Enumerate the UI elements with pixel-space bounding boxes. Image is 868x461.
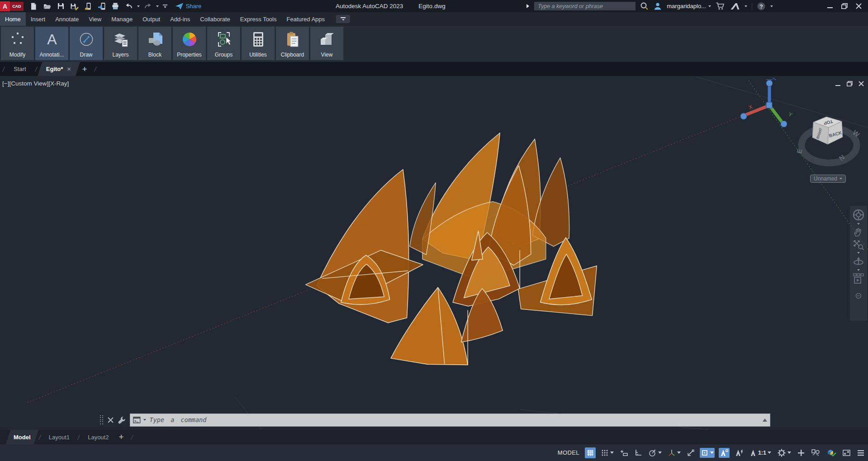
close-button[interactable] — [856, 3, 862, 9]
close-command-line-icon[interactable] — [107, 417, 114, 423]
search-expand-arrow[interactable] — [526, 4, 530, 9]
viewport-close-icon[interactable] — [859, 81, 864, 86]
object-snap-toggle[interactable] — [700, 448, 715, 458]
snap-mode-toggle[interactable] — [600, 448, 615, 458]
redo-dropdown[interactable] — [156, 5, 159, 7]
dynamic-input-toggle[interactable] — [619, 448, 629, 458]
orbit-caret[interactable] — [857, 269, 860, 271]
command-history-up-icon[interactable] — [763, 418, 767, 422]
layout-tab-layout2[interactable]: Layout2 — [82, 430, 114, 444]
tab-annotate[interactable]: Annotate — [50, 12, 84, 26]
open-from-mobile-button[interactable] — [83, 1, 94, 11]
isolate-objects-button[interactable] — [810, 448, 821, 458]
command-line-grip[interactable] — [100, 415, 104, 425]
search-input[interactable] — [534, 2, 636, 10]
panel-view[interactable]: View — [310, 27, 343, 60]
customize-status-bar-button[interactable] — [856, 448, 866, 457]
minimize-button[interactable] — [827, 3, 833, 9]
workspace-settings-button[interactable] — [776, 447, 792, 458]
tab-view[interactable]: View — [84, 12, 106, 26]
drawing-viewport[interactable]: X Y W N E TOP RIGHT BACK [−][Custom View… — [0, 76, 868, 430]
tab-collaborate[interactable]: Collaborate — [195, 12, 235, 26]
clean-screen-button[interactable] — [841, 448, 852, 458]
help-icon[interactable]: ? — [757, 2, 766, 11]
redo-button[interactable] — [142, 2, 153, 10]
zoom-caret[interactable] — [857, 252, 860, 254]
search-icon[interactable] — [640, 2, 649, 10]
autocad-app-menu-button[interactable]: ACAD — [0, 0, 24, 12]
tab-express-tools[interactable]: Express Tools — [235, 12, 282, 26]
new-drawing-tab-button[interactable]: + — [77, 64, 91, 74]
save-button[interactable] — [56, 1, 66, 11]
cart-icon[interactable] — [716, 2, 726, 10]
layout-tab-model[interactable]: Model — [8, 430, 36, 444]
zoom-icon[interactable] — [853, 239, 864, 250]
tab-add-ins[interactable]: Add-ins — [165, 12, 195, 26]
steering-wheel-icon[interactable] — [852, 209, 865, 221]
autodesk-menu-caret[interactable] — [745, 5, 747, 7]
panel-groups[interactable]: Groups — [207, 27, 240, 60]
viewcube[interactable]: W N E TOP RIGHT BACK — [795, 117, 861, 163]
orbit-icon[interactable] — [853, 256, 864, 267]
model-egito-shells[interactable] — [306, 133, 597, 365]
ucs-gizmo[interactable]: X Y — [740, 78, 793, 127]
panel-clipboard[interactable]: Clipboard — [276, 27, 309, 60]
share-button[interactable]: Share — [175, 2, 202, 10]
pan-hand-icon[interactable] — [853, 227, 864, 238]
model-space-label[interactable]: MODEL — [558, 449, 579, 456]
steering-wheel-caret[interactable] — [857, 223, 860, 225]
showmotion-icon[interactable] — [852, 273, 865, 285]
named-view-pill[interactable]: Unnamed — [810, 175, 846, 183]
grid-toggle[interactable] — [585, 447, 596, 458]
new-file-button[interactable] — [28, 1, 39, 11]
ortho-toggle[interactable] — [633, 448, 643, 458]
annotation-scale-button[interactable]: 1:1 — [749, 448, 772, 458]
new-layout-button[interactable]: + — [114, 432, 128, 442]
undo-dropdown[interactable] — [137, 5, 140, 7]
command-bar[interactable] — [130, 413, 771, 427]
tab-manage[interactable]: Manage — [106, 12, 138, 26]
help-menu-caret[interactable] — [770, 5, 773, 7]
viewport-controls-label[interactable]: [−][Custom View][X-Ray] — [2, 80, 69, 87]
customize-command-line-icon[interactable] — [118, 416, 126, 424]
user-menu[interactable]: margaridaplo... — [667, 3, 711, 10]
viewport-restore-icon[interactable] — [847, 81, 853, 86]
panel-block[interactable]: Block — [138, 27, 171, 60]
viewport-minimize-icon[interactable] — [835, 81, 841, 86]
annotation-autoscale-toggle[interactable] — [734, 448, 745, 458]
annotation-visibility-toggle[interactable] — [719, 448, 730, 458]
layout-tab-layout1[interactable]: Layout1 — [43, 430, 75, 444]
customize-plus-button[interactable] — [796, 448, 806, 458]
tab-home[interactable]: Home — [0, 12, 26, 26]
polar-tracking-caret — [658, 451, 662, 454]
customize-quick-access-button[interactable] — [161, 4, 169, 9]
command-input[interactable] — [149, 416, 760, 424]
polar-tracking-toggle[interactable] — [647, 448, 663, 458]
file-tab-egito[interactable]: Egito* ✕ — [40, 62, 78, 76]
panel-modify[interactable]: Modify — [1, 27, 34, 60]
plot-button[interactable] — [110, 1, 121, 11]
undo-button[interactable] — [123, 2, 134, 10]
recent-commands-icon[interactable] — [133, 417, 141, 423]
tab-featured-apps[interactable]: Featured Apps — [281, 12, 330, 26]
tab-insert[interactable]: Insert — [26, 12, 51, 26]
panel-utilities[interactable]: Utilities — [242, 27, 275, 60]
close-file-tab-icon[interactable]: ✕ — [66, 66, 71, 72]
panel-annotation[interactable]: A Annotati... — [35, 27, 68, 60]
ribbon-display-toggle[interactable] — [336, 15, 350, 23]
open-file-button[interactable] — [42, 1, 53, 11]
save-as-button[interactable] — [69, 1, 80, 11]
isometric-drafting-toggle[interactable] — [667, 448, 682, 458]
restore-button[interactable] — [841, 3, 848, 9]
object-snap-tracking-toggle[interactable] — [686, 448, 696, 458]
command-options-caret[interactable] — [143, 419, 146, 421]
tab-output[interactable]: Output — [138, 12, 165, 26]
file-tab-start[interactable]: Start — [7, 62, 32, 76]
upload-to-mobile-button[interactable] — [96, 1, 107, 11]
panel-layers[interactable]: Layers — [104, 27, 137, 60]
autodesk-logo-icon[interactable] — [730, 2, 740, 10]
panel-draw[interactable]: Draw — [70, 27, 103, 60]
panel-properties[interactable]: Properties — [173, 27, 206, 60]
close-navbar-icon[interactable] — [855, 293, 862, 299]
graphics-performance-button[interactable] — [825, 447, 837, 458]
